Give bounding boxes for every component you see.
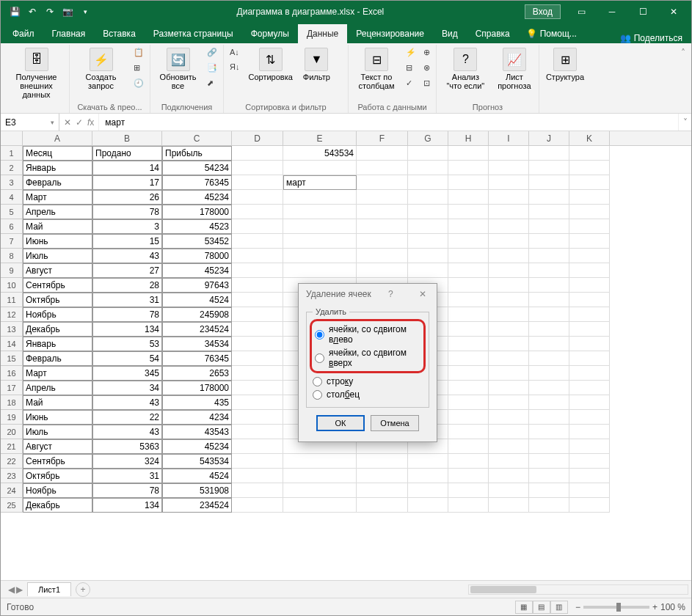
cell[interactable] [529, 337, 569, 351]
cell[interactable] [448, 263, 489, 278]
cell[interactable] [489, 425, 529, 439]
radio-shift-up[interactable]: ячейки, со сдвигом вверх [315, 346, 420, 370]
column-header[interactable]: E [283, 131, 357, 145]
cell[interactable] [529, 293, 569, 307]
cell[interactable]: Июль [23, 249, 92, 263]
cell[interactable] [408, 263, 448, 278]
cell[interactable] [489, 454, 529, 469]
cell[interactable] [357, 205, 408, 219]
cell[interactable] [448, 439, 489, 454]
zoom-slider[interactable] [583, 606, 649, 609]
recent-icon[interactable]: 🕘 [132, 77, 145, 89]
cell[interactable]: 27 [92, 263, 162, 278]
forecast-sheet-button[interactable]: 📈Лист прогноза [495, 46, 534, 92]
row-header[interactable]: 9 [1, 263, 23, 278]
cell[interactable] [489, 234, 529, 249]
cell[interactable]: Сентябрь [23, 454, 92, 469]
radio-row[interactable]: строку [313, 375, 423, 388]
cell[interactable]: 43 [92, 249, 162, 263]
tab-view[interactable]: Вид [433, 24, 467, 43]
cell[interactable] [283, 161, 357, 175]
cell[interactable] [448, 381, 489, 395]
cell[interactable] [529, 381, 569, 395]
row-header[interactable]: 7 [1, 234, 23, 249]
cell[interactable]: 45234 [162, 263, 232, 278]
column-header[interactable]: J [529, 131, 569, 145]
cell[interactable] [489, 307, 529, 322]
cell[interactable]: 234524 [162, 322, 232, 337]
cell[interactable] [408, 219, 448, 234]
cell[interactable] [569, 439, 610, 454]
cell[interactable]: 2653 [162, 366, 232, 381]
cell[interactable] [408, 190, 448, 205]
cell[interactable]: Январь [23, 337, 92, 351]
cell[interactable]: 4524 [162, 293, 232, 307]
cell[interactable] [529, 410, 569, 425]
cell[interactable] [529, 234, 569, 249]
cell[interactable]: Ноябрь [23, 483, 92, 498]
cell[interactable] [232, 219, 283, 234]
qat-dropdown-icon[interactable]: ▾ [79, 5, 92, 18]
cell[interactable] [569, 263, 610, 278]
collapse-ribbon-icon[interactable]: ˄ [678, 45, 688, 113]
cell[interactable] [448, 498, 489, 513]
cell[interactable] [232, 395, 283, 410]
cell[interactable] [489, 263, 529, 278]
cell[interactable] [489, 381, 529, 395]
row-header[interactable]: 13 [1, 322, 23, 337]
cell[interactable] [489, 322, 529, 337]
cell[interactable] [448, 410, 489, 425]
cell[interactable] [232, 263, 283, 278]
cell[interactable]: 178000 [162, 381, 232, 395]
row-header[interactable]: 10 [1, 278, 23, 293]
cell[interactable]: 45234 [162, 439, 232, 454]
cell[interactable] [529, 146, 569, 161]
view-break-icon[interactable]: ▥ [550, 601, 568, 614]
cell[interactable]: 324 [92, 454, 162, 469]
undo-icon[interactable]: ↶ [26, 5, 39, 18]
manage-model-icon[interactable]: ⊡ [422, 77, 431, 89]
cell[interactable]: ▾ [357, 175, 408, 190]
cell[interactable]: 4523 [162, 219, 232, 234]
name-box[interactable]: E3▾ [1, 114, 59, 131]
cell[interactable]: Декабрь [23, 498, 92, 513]
cell[interactable] [232, 381, 283, 395]
cell[interactable] [569, 249, 610, 263]
column-header[interactable]: C [162, 131, 232, 145]
horizontal-scrollbar[interactable] [468, 584, 688, 595]
dialog-close-icon[interactable]: ✕ [416, 289, 429, 299]
cell[interactable]: 17 [92, 175, 162, 190]
cell[interactable] [232, 337, 283, 351]
cell[interactable] [529, 366, 569, 381]
tab-layout[interactable]: Разметка страницы [145, 24, 242, 43]
get-external-data-button[interactable]: 🗄Получение внешних данных [8, 46, 65, 100]
cell[interactable] [448, 351, 489, 366]
cell[interactable] [408, 146, 448, 161]
column-header[interactable]: D [232, 131, 283, 145]
row-header[interactable]: 25 [1, 498, 23, 513]
cell[interactable]: 43 [92, 425, 162, 439]
cell[interactable] [357, 190, 408, 205]
cell[interactable]: Август [23, 263, 92, 278]
row-header[interactable]: 24 [1, 483, 23, 498]
cell[interactable] [232, 161, 283, 175]
cell[interactable] [448, 322, 489, 337]
cell[interactable] [529, 425, 569, 439]
zoom-in-icon[interactable]: + [652, 602, 658, 612]
cell[interactable] [489, 146, 529, 161]
cell[interactable] [408, 205, 448, 219]
row-header[interactable]: 23 [1, 469, 23, 483]
cell[interactable]: 4524 [162, 469, 232, 483]
cell[interactable] [569, 219, 610, 234]
cell[interactable]: 53452 [162, 234, 232, 249]
cell[interactable]: 531908 [162, 483, 232, 498]
ribbon-options-icon[interactable]: ▭ [567, 1, 596, 22]
row-header[interactable]: 2 [1, 161, 23, 175]
cell[interactable] [569, 395, 610, 410]
cell[interactable] [529, 322, 569, 337]
cell[interactable]: 178000 [162, 205, 232, 219]
cell[interactable]: 34534 [162, 337, 232, 351]
expand-formula-icon[interactable]: ˅ [678, 114, 691, 131]
cell[interactable] [232, 410, 283, 425]
cell[interactable] [408, 454, 448, 469]
